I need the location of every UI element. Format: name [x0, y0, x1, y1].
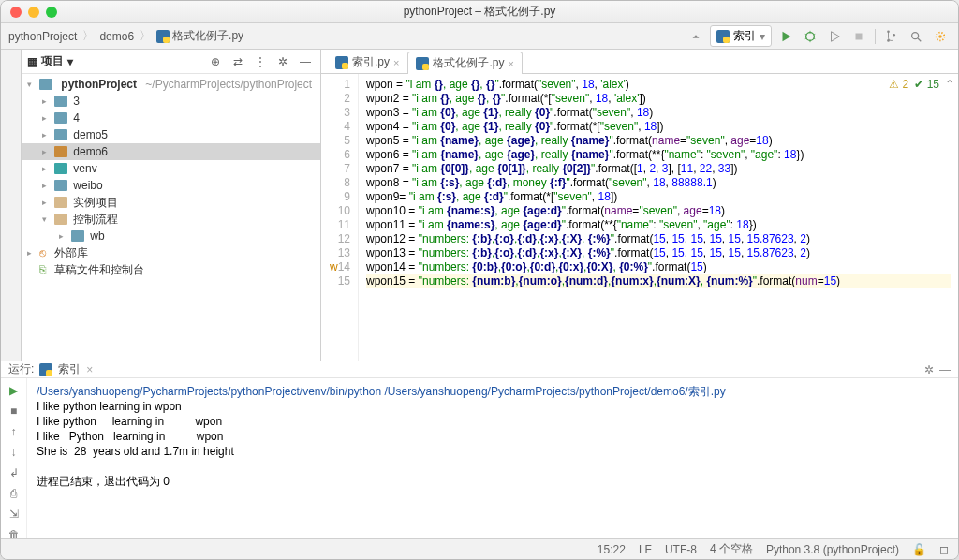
indent-settings[interactable]: 4 个空格 [710, 541, 753, 557]
close-tab-icon[interactable]: × [393, 57, 399, 68]
line-gutter: 12345678910111213w1415 [321, 74, 359, 361]
breadcrumb-root[interactable]: pythonProject [8, 30, 77, 43]
select-opened-file-button[interactable]: ⊕ [206, 55, 225, 68]
python-file-icon [335, 56, 348, 69]
breadcrumb-folder[interactable]: demo6 [99, 30, 134, 43]
tree-folder-实例项目[interactable]: ▸ 实例项目 [22, 194, 320, 211]
run-label: 运行: [8, 361, 34, 377]
lock-icon[interactable]: 🔓 [912, 543, 926, 556]
status-bar: 15:22 LF UTF-8 4 个空格 Python 3.8 (pythonP… [1, 538, 958, 559]
down-stack-button[interactable]: ↓ [11, 446, 17, 459]
soft-wrap-button[interactable]: ↲ [9, 466, 19, 479]
line-separator[interactable]: LF [639, 543, 652, 556]
navigation-bar: pythonProject 〉 demo6 〉 格式化例子.py 索引▾ [1, 23, 958, 50]
tree-folder-3[interactable]: ▸ 3 [22, 93, 320, 110]
hide-button[interactable]: — [296, 55, 315, 68]
print-button[interactable]: ⎙ [10, 487, 17, 500]
settings-gear-icon[interactable]: ✲ [273, 55, 292, 68]
tree-folder-wb[interactable]: ▸ wb [22, 228, 320, 244]
hide-run-button[interactable]: — [939, 363, 951, 376]
run-with-coverage-button[interactable] [824, 26, 845, 47]
folder-icon [54, 197, 67, 208]
stop-button[interactable] [848, 26, 869, 47]
folder-icon [54, 180, 67, 191]
run-config-name: 索引 [58, 361, 81, 377]
project-tool-window: ▦ 项目 ▾ ⊕ ⇄ ⋮ ✲ — ▾ pythonProject ~/Pycha… [22, 50, 321, 361]
add-config-button[interactable] [686, 26, 706, 47]
editor-tab-1[interactable]: 格式化例子.py× [407, 52, 522, 74]
tree-folder-demo6[interactable]: ▸ demo6 [22, 143, 320, 160]
folder-icon [54, 163, 67, 174]
editor-tab-0[interactable]: 索引.py× [327, 51, 407, 73]
main-area: ▦ 项目 ▾ ⊕ ⇄ ⋮ ✲ — ▾ pythonProject ~/Pycha… [1, 50, 958, 361]
git-branch-button[interactable] [881, 26, 902, 47]
project-view-selector[interactable]: ▦ 项目 ▾ [27, 53, 73, 69]
python-interpreter[interactable]: Python 3.8 (pythonProject) [766, 543, 899, 556]
tree-folder-weibo[interactable]: ▸ weibo [22, 177, 320, 194]
python-file-icon [39, 363, 52, 376]
collapse-all-button[interactable]: ⋮ [251, 55, 270, 68]
settings-button[interactable] [930, 26, 951, 47]
editor-tabs: 索引.py× 格式化例子.py× [321, 50, 958, 74]
tree-scratches[interactable]: ⎘ 草稿文件和控制台 [22, 261, 320, 278]
pin-button[interactable]: ⇲ [9, 508, 19, 521]
rerun-button[interactable]: ▶ [9, 384, 18, 397]
svg-point-4 [893, 33, 895, 36]
title-bar: pythonProject – 格式化例子.py [1, 1, 958, 23]
folder-icon [39, 79, 52, 90]
tree-folder-4[interactable]: ▸ 4 [22, 110, 320, 126]
left-tool-strip [1, 50, 22, 361]
run-tool-window: 运行: 索引 × ✲ — ▶ ■ ↑ ↓ ↲ ⎙ ⇲ 🗑 /Users/yans… [1, 361, 958, 538]
svg-point-3 [887, 39, 890, 42]
tree-external-libs[interactable]: ▸⎋ 外部库 [22, 244, 320, 261]
file-encoding[interactable]: UTF-8 [665, 543, 697, 556]
folder-icon [71, 230, 84, 242]
cursor-position[interactable]: 15:22 [598, 543, 626, 556]
inspection-widget[interactable]: ⚠ 2✔ 15⌃ [889, 78, 954, 92]
python-file-icon [416, 57, 429, 70]
run-button[interactable] [775, 26, 796, 47]
project-tree[interactable]: ▾ pythonProject ~/PycharmProjects/python… [22, 74, 320, 361]
folder-icon [54, 146, 67, 157]
editor-area: 索引.py× 格式化例子.py× 12345678910111213w1415 … [321, 50, 958, 361]
console-output[interactable]: /Users/yanshuopeng/PycharmProjects/pytho… [27, 378, 958, 541]
svg-point-0 [806, 32, 815, 40]
close-tab-icon[interactable]: × [508, 58, 513, 69]
svg-point-2 [887, 30, 890, 33]
code-editor[interactable]: 12345678910111213w1415 wpon = "i am {}, … [321, 74, 958, 361]
code-lines[interactable]: wpon = "i am {}, age {}, {}".format("sev… [359, 74, 958, 361]
run-config-selector[interactable]: 索引▾ [710, 25, 772, 47]
svg-rect-1 [856, 33, 863, 39]
folder-icon [54, 96, 67, 107]
svg-point-5 [912, 32, 919, 38]
breadcrumb-file[interactable]: 格式化例子.py [156, 28, 243, 44]
ide-window: pythonProject – 格式化例子.py pythonProject 〉… [0, 0, 959, 560]
expand-all-button[interactable]: ⇄ [229, 55, 247, 68]
tree-folder-venv[interactable]: ▸ venv [22, 160, 320, 177]
project-header: ▦ 项目 ▾ ⊕ ⇄ ⋮ ✲ — [22, 50, 320, 74]
python-file-icon [156, 30, 170, 43]
tree-folder-demo5[interactable]: ▸ demo5 [22, 126, 320, 143]
notifications-icon[interactable]: ◻ [939, 543, 949, 556]
up-stack-button[interactable]: ↑ [11, 425, 17, 438]
folder-icon [54, 129, 67, 140]
folder-icon [54, 214, 67, 225]
debug-button[interactable] [800, 26, 820, 47]
run-header: 运行: 索引 × ✲ — [1, 361, 958, 378]
tree-root[interactable]: ▾ pythonProject ~/PycharmProjects/python… [22, 76, 320, 93]
svg-point-6 [938, 35, 942, 38]
search-everywhere-button[interactable] [906, 26, 926, 47]
stop-run-button[interactable]: ■ [10, 405, 17, 418]
run-toolbar: ▶ ■ ↑ ↓ ↲ ⎙ ⇲ 🗑 [1, 378, 27, 541]
folder-icon [54, 112, 67, 124]
run-settings-icon[interactable]: ✲ [924, 363, 934, 376]
tree-folder-控制流程[interactable]: ▾ 控制流程 [22, 211, 320, 228]
python-file-icon [716, 30, 730, 43]
window-title: pythonProject – 格式化例子.py [1, 4, 958, 20]
